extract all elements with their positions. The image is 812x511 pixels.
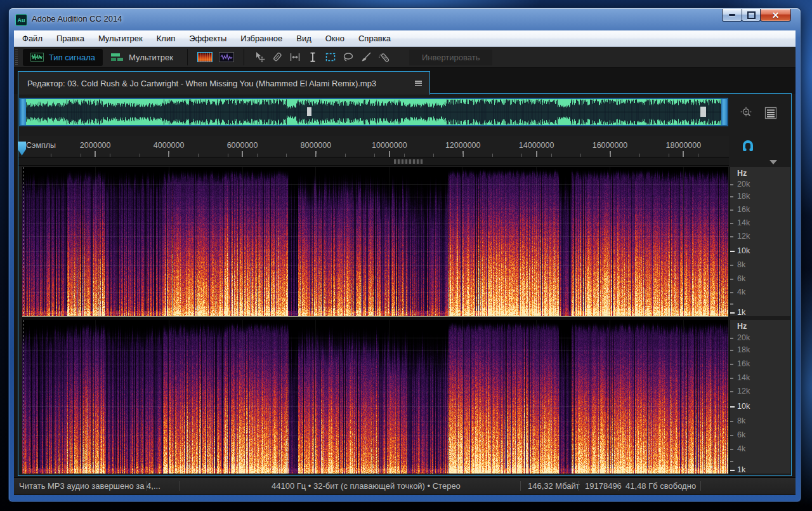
frequency-tick-label: 6k <box>737 274 745 283</box>
spot-healing-brush-tool-icon <box>378 51 390 63</box>
lasso-selection-tool-icon <box>343 51 354 63</box>
frequency-tick <box>730 350 733 351</box>
multitrack-label: Мультитрек <box>129 53 173 62</box>
horizontal-zoom-strip[interactable] <box>18 157 729 166</box>
timeline-minor-tick <box>110 154 110 157</box>
slip-tool-button[interactable] <box>286 49 304 66</box>
frequency-tick-label: 20k <box>737 333 750 342</box>
snap-magnet-button[interactable] <box>740 138 756 154</box>
toolbar: Тип сигнала Мультитрек <box>14 47 796 68</box>
overview-right-handle[interactable] <box>721 99 727 125</box>
frequency-tick-label: 16k <box>737 205 750 214</box>
zoom-navigate-button[interactable] <box>739 105 754 121</box>
paintbrush-selection-tool-button[interactable] <box>357 49 375 66</box>
frequency-tick-label: 8k <box>737 260 745 269</box>
frequency-tick <box>730 279 733 280</box>
status-total-samples: 19178496 <box>585 481 622 491</box>
snap-magnet-icon <box>741 139 755 153</box>
lasso-selection-tool-button[interactable] <box>339 49 357 66</box>
frequency-tick-label: 8k <box>737 416 745 425</box>
menu-item[interactable]: Мультитрек <box>91 34 150 43</box>
timeline-minor-tick <box>228 154 228 157</box>
timeline-major-tick <box>95 151 96 157</box>
status-format-info: 44100 Гц • 32-бит (с плавающей точкой) •… <box>272 481 461 491</box>
razor-tool-button[interactable] <box>268 49 286 66</box>
waveform-icon <box>30 53 44 62</box>
collapse-arrow-icon[interactable] <box>769 160 777 164</box>
timeline-minor-tick <box>580 154 581 157</box>
overview-left-handle[interactable] <box>20 99 26 125</box>
tab-bar: Редактор: 03. Cold Rush & Jo Cartwright … <box>14 68 796 94</box>
waveform-editor-button[interactable]: Тип сигнала <box>23 49 103 66</box>
editor-tab[interactable]: Редактор: 03. Cold Rush & Jo Cartwright … <box>18 71 430 95</box>
frequency-unit-label: Hz <box>737 169 747 178</box>
multitrack-button[interactable]: Мультитрек <box>103 49 181 66</box>
panel-menu-button[interactable] <box>763 105 778 121</box>
timeline-minor-tick <box>169 154 169 157</box>
menu-item[interactable]: Эффекты <box>182 34 233 43</box>
minimize-button[interactable] <box>722 9 742 22</box>
frequency-tick <box>730 364 733 365</box>
frequency-tick-label: 12k <box>737 387 750 396</box>
editor-tab-label: Редактор: 03. Cold Rush & Jo Cartwright … <box>27 79 409 88</box>
frequency-tick <box>730 265 733 266</box>
frequency-ruler-channel-1[interactable]: Hz 20k18k16k14k12k10k8k6k4k1k <box>730 167 790 316</box>
menu-item[interactable]: Справка <box>351 34 398 43</box>
frequency-minor-tick <box>730 303 733 305</box>
status-message: Читать MP3 аудио завершено за 4,... <box>19 481 160 491</box>
timeline-tick-label: 12000000 <box>445 141 481 150</box>
menu-item[interactable]: Вид <box>289 34 318 43</box>
frequency-ruler-channel-2[interactable]: Hz 20k18k16k14k12k10k8k6k4k1k <box>730 320 790 474</box>
frequency-tick <box>730 406 735 408</box>
menu-item[interactable]: Правка <box>49 34 91 43</box>
timeline-tick-label: 10000000 <box>372 141 407 150</box>
overview-bar[interactable] <box>19 98 728 126</box>
menu-item[interactable]: Окно <box>318 34 351 43</box>
spot-healing-brush-tool-button[interactable] <box>375 49 393 66</box>
timeline-minor-tick <box>316 154 317 157</box>
frequency-tick-label: 18k <box>737 346 750 355</box>
zoom-strip-grip[interactable] <box>394 159 423 164</box>
statusbar-separator <box>700 481 701 491</box>
frequency-tick <box>730 435 733 436</box>
menu-item[interactable]: Файл <box>15 34 49 43</box>
frequency-tick <box>730 251 735 252</box>
time-selection-tool-icon <box>307 51 318 63</box>
waveform-view-button[interactable] <box>219 52 234 62</box>
app-icon-label: Au <box>18 17 25 23</box>
overview-marker <box>307 107 311 116</box>
frequency-tick <box>730 470 735 471</box>
overview-waveform[interactable] <box>20 99 727 125</box>
frequency-tick <box>730 292 733 293</box>
frequency-tick-label: 4k <box>737 444 745 453</box>
menu-item[interactable]: Клип <box>150 34 182 43</box>
minimize-icon <box>729 14 735 16</box>
marquee-selection-tool-button[interactable] <box>322 49 339 66</box>
timeline-major-tick <box>536 151 537 157</box>
spectrogram-channel-2[interactable] <box>22 320 728 474</box>
frequency-tick <box>730 223 733 224</box>
frequency-tick-label: 10k <box>737 402 750 411</box>
move-tool-button[interactable] <box>251 49 268 66</box>
close-button[interactable]: ✕ <box>760 9 791 22</box>
spectrogram-view-button[interactable] <box>197 52 213 62</box>
timeline-tick-label: 6000000 <box>227 141 258 150</box>
menu-item[interactable]: Избранное <box>233 34 289 43</box>
statusbar-separator <box>180 481 180 491</box>
statusbar-separator <box>146 481 147 491</box>
maximize-button[interactable] <box>742 9 761 22</box>
spectrogram-channel-1[interactable] <box>22 167 728 316</box>
timeline-unit-label: Сэмплы <box>26 141 56 150</box>
timeline-minor-tick <box>462 154 463 157</box>
frequency-tick-label: 1k <box>737 465 745 474</box>
timeline-minor-tick <box>81 154 81 157</box>
title-bar[interactable]: Au Adobe Audition CC 2014 ✕ <box>9 8 801 30</box>
frequency-tick-label: 16k <box>737 359 750 368</box>
time-selection-tool-button[interactable] <box>304 49 322 66</box>
timeline-minor-tick <box>521 154 522 157</box>
timeline-major-tick <box>242 151 243 157</box>
toolbar-grip[interactable] <box>15 49 18 65</box>
timeline-ruler[interactable]: Сэмплы 200000040000006000000800000010000… <box>18 136 729 157</box>
frequency-tick <box>730 236 733 237</box>
tab-menu-icon[interactable] <box>415 81 422 86</box>
